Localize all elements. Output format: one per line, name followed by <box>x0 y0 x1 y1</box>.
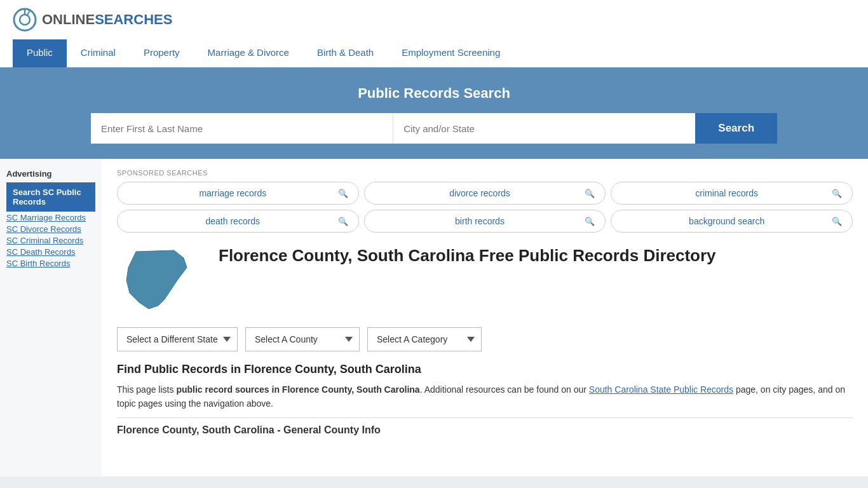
search-icon: 🔍 <box>832 189 842 198</box>
search-icon: 🔍 <box>832 217 842 226</box>
sc-map-svg <box>117 245 200 315</box>
search-icon: 🔍 <box>338 189 348 198</box>
nav-item-employment[interactable]: Employment Screening <box>388 39 514 67</box>
search-icon: 🔍 <box>585 189 595 198</box>
search-form: Search <box>91 113 777 144</box>
sidebar-link-death[interactable]: SC Death Records <box>6 247 95 257</box>
find-title: Find Public Records in Florence County, … <box>117 363 853 376</box>
nav-item-marriage-divorce[interactable]: Marriage & Divorce <box>194 39 303 67</box>
sponsored-item-birth[interactable]: birth records 🔍 <box>364 210 606 233</box>
location-input[interactable] <box>393 113 695 144</box>
sponsored-item-death-text: death records <box>128 216 338 226</box>
sponsored-item-birth-text: birth records <box>375 216 585 226</box>
sponsored-item-background-text: background search <box>621 216 832 226</box>
name-input[interactable] <box>91 113 393 144</box>
search-button[interactable]: Search <box>695 113 777 144</box>
svg-point-1 <box>20 15 30 25</box>
logo-text: ONLINESEARCHES <box>42 11 172 28</box>
sponsored-item-death[interactable]: death records 🔍 <box>117 210 359 233</box>
logo[interactable]: ONLINESEARCHES <box>13 8 172 32</box>
sidebar-link-birth[interactable]: SC Birth Records <box>6 259 95 268</box>
dropdowns: Select a Different State Select A County… <box>117 327 853 351</box>
find-paragraph: This page lists public record sources in… <box>117 383 853 411</box>
category-dropdown[interactable]: Select A Category <box>367 327 482 351</box>
sponsored-item-marriage-text: marriage records <box>128 188 338 198</box>
nav-item-birth-death[interactable]: Birth & Death <box>303 39 388 67</box>
sidebar: Advertising Search SC Public Records SC … <box>0 159 102 477</box>
sidebar-link-marriage[interactable]: SC Marriage Records <box>6 213 95 222</box>
sponsored-item-criminal[interactable]: criminal records 🔍 <box>611 182 853 205</box>
sponsored-item-divorce-text: divorce records <box>375 188 585 198</box>
find-text-2: . Additional resources can be found on o… <box>420 384 589 395</box>
nav-item-criminal[interactable]: Criminal <box>67 39 130 67</box>
sponsored-grid: marriage records 🔍 divorce records 🔍 cri… <box>117 182 853 233</box>
search-icon: 🔍 <box>585 217 595 226</box>
county-section: Florence County, South Carolina Free Pub… <box>117 245 853 317</box>
search-banner-title: Public Records Search <box>13 85 855 102</box>
sponsored-item-background[interactable]: background search 🔍 <box>611 210 853 233</box>
header: ONLINESEARCHES <box>0 0 868 39</box>
county-dropdown[interactable]: Select A County <box>245 327 360 351</box>
sidebar-advertising-label: Advertising <box>6 169 95 179</box>
state-map <box>117 245 206 317</box>
sponsored-item-marriage[interactable]: marriage records 🔍 <box>117 182 359 205</box>
sidebar-link-divorce[interactable]: SC Divorce Records <box>6 224 95 234</box>
county-title-block: Florence County, South Carolina Free Pub… <box>219 245 716 267</box>
nav-item-public[interactable]: Public <box>13 39 67 67</box>
logo-icon <box>13 8 37 32</box>
sidebar-link-criminal[interactable]: SC Criminal Records <box>6 236 95 245</box>
find-link[interactable]: South Carolina State Public Records <box>589 384 733 395</box>
general-info-label: Florence County, South Carolina - Genera… <box>117 424 853 436</box>
search-icon: 🔍 <box>338 217 348 226</box>
content-area: SPONSORED SEARCHES marriage records 🔍 di… <box>102 159 868 477</box>
main-wrapper: Advertising Search SC Public Records SC … <box>0 159 868 477</box>
sponsored-item-divorce[interactable]: divorce records 🔍 <box>364 182 606 205</box>
main-nav: Public Criminal Property Marriage & Divo… <box>0 39 868 67</box>
sidebar-featured-item[interactable]: Search SC Public Records <box>6 182 95 212</box>
find-text-bold: public record sources in Florence County… <box>176 384 419 395</box>
county-title: Florence County, South Carolina Free Pub… <box>219 245 716 267</box>
search-banner: Public Records Search Search <box>0 67 868 159</box>
find-text-1: This page lists <box>117 384 176 395</box>
sponsored-item-criminal-text: criminal records <box>621 188 832 198</box>
state-dropdown[interactable]: Select a Different State <box>117 327 238 351</box>
nav-item-property[interactable]: Property <box>130 39 194 67</box>
section-divider <box>117 417 853 418</box>
sponsored-label: SPONSORED SEARCHES <box>117 169 853 177</box>
